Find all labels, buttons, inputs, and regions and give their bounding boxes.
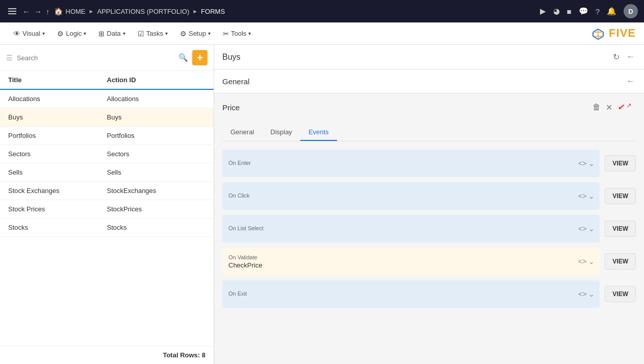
refresh-icon[interactable]: ↻	[612, 51, 621, 63]
event-row: On Exit <> ⌄ VIEW	[222, 280, 636, 308]
back-button[interactable]: ←	[22, 7, 30, 16]
row-action-id: Sells	[107, 168, 206, 176]
play-icon[interactable]: ▶	[540, 7, 546, 16]
sub-panel-header: General ←	[214, 69, 644, 93]
tab-events[interactable]: Events	[300, 124, 337, 141]
table-row[interactable]: Stock PricesStockPrices	[0, 200, 214, 219]
stop-icon[interactable]: ■	[567, 7, 572, 16]
nav-tools[interactable]: ✂ Tools ▾	[218, 27, 256, 41]
col-action-id: Action ID	[107, 76, 206, 84]
logic-chevron-icon: ▾	[84, 31, 86, 36]
view-button[interactable]: VIEW	[605, 221, 636, 237]
sub-panel-title: General	[222, 77, 249, 86]
view-button[interactable]: VIEW	[605, 253, 636, 270]
logo: FIVE	[592, 27, 636, 40]
event-row: On ValidateCheckPrice <> ⌄ VIEW	[222, 248, 636, 275]
preview-icon[interactable]: ◕	[553, 7, 560, 16]
table-row[interactable]: AllocationsAllocations	[0, 90, 214, 108]
event-field-on-enter[interactable]: On Enter <> ⌄	[222, 150, 600, 177]
tasks-icon: ☑	[138, 30, 144, 38]
row-action-id: Portfolios	[107, 132, 206, 139]
table-row[interactable]: PortfoliosPortfolios	[0, 127, 214, 145]
table-row[interactable]: BuysBuys	[0, 108, 214, 127]
chat-icon[interactable]: 💬	[579, 7, 588, 16]
row-title: Stock Exchanges	[8, 187, 107, 195]
sub-panel: General ←	[214, 69, 644, 93]
event-field-on-validate[interactable]: On ValidateCheckPrice <> ⌄	[222, 248, 600, 275]
code-icon[interactable]: <>	[578, 257, 586, 265]
tab-display[interactable]: Display	[262, 124, 300, 141]
notification-icon[interactable]: 🔔	[607, 7, 616, 16]
field-title: Price	[222, 103, 240, 112]
table-row[interactable]: SectorsSectors	[0, 145, 214, 163]
nav-data-label: Data	[107, 30, 120, 37]
filter-icon: ☰	[6, 54, 13, 62]
hamburger-menu[interactable]	[6, 6, 18, 16]
row-title: Portfolios	[8, 132, 107, 139]
table-rows-container: AllocationsAllocationsBuysBuysPortfolios…	[0, 90, 214, 237]
expand-icon[interactable]: ⌄	[588, 225, 595, 233]
tab-general[interactable]: General	[222, 124, 262, 141]
forward-button[interactable]: →	[34, 7, 42, 16]
expand-icon[interactable]: ⌄	[588, 192, 595, 200]
search-icon[interactable]: 🔍	[178, 53, 188, 62]
tools-chevron-icon: ▾	[248, 31, 251, 36]
table-row[interactable]: Stock ExchangesStockExchanges	[0, 182, 214, 200]
avatar[interactable]: D	[624, 4, 638, 18]
logo-text: FIVE	[609, 27, 636, 39]
expand-icon[interactable]: ⌄	[588, 257, 595, 265]
event-label: On Validate	[228, 254, 257, 260]
row-title: Allocations	[8, 95, 107, 103]
breadcrumb-app[interactable]: APPLICATIONS (PORTFOLIO)	[97, 8, 189, 15]
row-title: Sectors	[8, 150, 107, 158]
help-icon[interactable]: ?	[596, 7, 600, 16]
left-sidebar: ☰ 🔍 + Title Action ID AllocationsAllocat…	[0, 45, 214, 364]
nav-visual[interactable]: 👁 Visual ▾	[8, 27, 50, 41]
breadcrumb-sep-1: ►	[89, 8, 94, 14]
code-icon[interactable]: <>	[578, 290, 586, 298]
up-button[interactable]: ↑	[46, 7, 50, 16]
row-action-id: Sectors	[107, 150, 206, 158]
field-panel: Price 🗑 ✕ ✓ ↗ GeneralDisplayEvents On En…	[214, 93, 644, 364]
event-value: CheckPrice	[228, 261, 262, 269]
nav-setup-label: Setup	[189, 30, 206, 37]
expand-icon[interactable]: ⌄	[588, 290, 595, 298]
event-field-on-list-select[interactable]: On List Select <> ⌄	[222, 215, 600, 242]
delete-icon[interactable]: 🗑	[593, 103, 601, 112]
nav-tools-label: Tools	[231, 30, 246, 37]
visual-icon: 👁	[13, 30, 20, 38]
code-icon[interactable]: <>	[578, 192, 586, 200]
event-field-actions: <> ⌄	[578, 290, 595, 298]
view-button[interactable]: VIEW	[605, 286, 636, 302]
logo-icon	[592, 28, 604, 40]
expand-icon[interactable]: ⌄	[588, 159, 595, 167]
event-row: On List Select <> ⌄ VIEW	[222, 215, 636, 242]
code-icon[interactable]: <>	[578, 159, 586, 167]
breadcrumb-home[interactable]: HOME	[66, 8, 86, 15]
panel-header-actions: ↻ ←	[612, 51, 636, 63]
sub-panel-back-icon[interactable]: ←	[626, 76, 636, 87]
row-title: Sells	[8, 168, 107, 176]
breadcrumb-forms[interactable]: FORMS	[201, 8, 225, 15]
close-icon[interactable]: ✕	[606, 103, 612, 112]
nav-visual-label: Visual	[22, 30, 40, 37]
event-label: On Exit	[228, 290, 247, 297]
add-button[interactable]: +	[192, 50, 208, 65]
view-button[interactable]: VIEW	[605, 155, 636, 172]
view-button[interactable]: VIEW	[605, 188, 636, 204]
confirm-icon[interactable]: ✓	[616, 101, 626, 113]
nav-setup[interactable]: ⚙ Setup ▾	[175, 27, 216, 41]
event-field-on-exit[interactable]: On Exit <> ⌄	[222, 280, 600, 308]
event-tabs: GeneralDisplayEvents	[222, 124, 636, 141]
event-field-on-click[interactable]: On Click <> ⌄	[222, 182, 600, 210]
nav-data[interactable]: ⊞ Data ▾	[93, 27, 130, 41]
nav-tasks[interactable]: ☑ Tasks ▾	[133, 27, 173, 41]
panel-back-icon[interactable]: ←	[626, 51, 636, 63]
nav-logic[interactable]: ⚙ Logic ▾	[52, 27, 91, 41]
table-row[interactable]: SellsSells	[0, 163, 214, 182]
code-icon[interactable]: <>	[578, 225, 586, 233]
search-input[interactable]	[17, 54, 174, 62]
table-row[interactable]: StocksStocks	[0, 219, 214, 237]
col-title: Title	[8, 76, 107, 84]
visual-chevron-icon: ▾	[42, 31, 45, 36]
